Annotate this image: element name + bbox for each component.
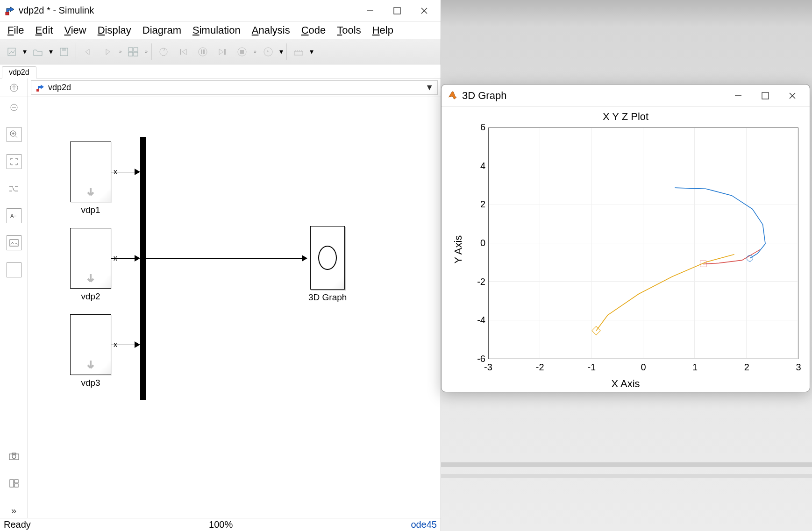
library-browser-button[interactable] xyxy=(125,43,142,61)
svg-rect-36 xyxy=(14,480,18,483)
x-tick: -2 xyxy=(536,362,544,373)
svg-rect-7 xyxy=(62,48,66,51)
close-button[interactable] xyxy=(411,0,438,21)
y-tick: 0 xyxy=(467,238,485,248)
nav-up-button[interactable] xyxy=(0,78,28,97)
menu-tools[interactable]: Tools xyxy=(331,23,366,37)
arrowhead-icon xyxy=(135,341,140,348)
new-dropdown[interactable]: ▾ xyxy=(21,47,28,56)
menu-analysis[interactable]: Analysis xyxy=(246,23,296,37)
y-tick: 2 xyxy=(467,199,485,210)
breadcrumb-label: vdp2d xyxy=(48,83,71,92)
step-back-button[interactable] xyxy=(174,43,192,61)
overflow-2[interactable]: » xyxy=(143,49,150,54)
x-axis-label: X Axis xyxy=(442,378,810,390)
simulink-app-icon xyxy=(5,6,15,16)
record-button[interactable] xyxy=(259,43,277,61)
maximize-button[interactable] xyxy=(384,0,411,21)
status-zoom[interactable]: 100% xyxy=(209,519,233,530)
simulink-titlebar[interactable]: vdp2d * - Simulink xyxy=(0,0,441,21)
model-icon xyxy=(35,83,45,93)
breadcrumb-dropdown[interactable]: ▼ xyxy=(425,83,434,92)
record-dropdown[interactable]: ▾ xyxy=(278,47,285,56)
menu-help[interactable]: Help xyxy=(367,23,399,37)
minimize-button[interactable] xyxy=(725,92,752,100)
hide-palette-button[interactable] xyxy=(7,100,21,115)
y-axis-label: Y Axis xyxy=(452,235,464,264)
breadcrumb[interactable]: vdp2d ▼ xyxy=(31,80,438,95)
matlab-app-icon xyxy=(447,90,457,102)
y-tick: -4 xyxy=(467,315,485,326)
arrowhead-icon xyxy=(302,255,307,262)
x-tick: 0 xyxy=(641,362,646,373)
svg-rect-2 xyxy=(394,7,400,14)
open-button[interactable] xyxy=(29,43,47,61)
x-tick: -1 xyxy=(587,362,596,373)
svg-rect-17 xyxy=(224,49,226,55)
menu-simulation[interactable]: Simulation xyxy=(187,23,246,37)
block-3d-graph-label: 3D Graph xyxy=(308,292,347,303)
zoom-in-icon[interactable] xyxy=(7,127,21,142)
close-button[interactable] xyxy=(779,92,806,100)
canvas-palette: A≡ » xyxy=(0,97,28,518)
overflow-3[interactable]: » xyxy=(252,49,258,54)
arrowhead-icon xyxy=(135,169,140,175)
wire xyxy=(111,258,135,259)
x-tick: -3 xyxy=(484,362,492,373)
image-tool-icon[interactable] xyxy=(7,235,21,250)
build-dropdown[interactable]: ▾ xyxy=(308,47,315,56)
graph-titlebar[interactable]: 3D Graph xyxy=(442,85,810,107)
y-tick: -2 xyxy=(467,276,485,287)
simulink-window: vdp2d * - Simulink File Edit View Displa… xyxy=(0,0,441,531)
expand-palette-icon[interactable]: » xyxy=(7,503,21,518)
block-vdp1[interactable]: x vdp1 xyxy=(70,142,111,215)
graph-window: 3D Graph X Y Z Plot Y Axis X Axis -6-4-2… xyxy=(441,84,810,392)
area-tool-icon[interactable] xyxy=(7,262,21,277)
model-browser-icon[interactable] xyxy=(7,476,21,491)
back-button[interactable] xyxy=(79,43,97,61)
svg-rect-35 xyxy=(10,480,14,487)
block-vdp3[interactable]: x vdp3 xyxy=(70,314,111,388)
annotation-tool-icon[interactable]: A≡ xyxy=(7,208,21,223)
menu-view[interactable]: View xyxy=(58,23,92,37)
svg-rect-21 xyxy=(294,51,303,55)
stop-button[interactable] xyxy=(233,43,251,61)
subsystem-arrow-icon xyxy=(84,186,97,199)
window-title: vdp2d * - Simulink xyxy=(19,5,94,16)
step-forward-button[interactable] xyxy=(214,43,231,61)
new-model-button[interactable] xyxy=(3,43,21,61)
mux-block[interactable] xyxy=(140,137,146,400)
square-marker-icon xyxy=(700,261,706,267)
chart-line xyxy=(596,255,734,331)
x-tick: 2 xyxy=(744,362,749,373)
save-button[interactable] xyxy=(55,43,73,61)
menu-diagram[interactable]: Diagram xyxy=(137,23,187,37)
open-dropdown[interactable]: ▾ xyxy=(48,47,54,56)
wire xyxy=(146,258,303,259)
menu-file[interactable]: File xyxy=(2,23,29,37)
y-tick: 4 xyxy=(467,161,485,171)
build-button[interactable] xyxy=(290,43,307,61)
pause-button[interactable] xyxy=(194,43,212,61)
model-canvas[interactable]: x vdp1 x vdp2 xyxy=(28,97,441,518)
toggle-sample-time-icon[interactable] xyxy=(7,181,21,196)
update-diagram-button[interactable] xyxy=(155,43,172,61)
block-3d-graph[interactable]: 3D Graph xyxy=(308,226,347,303)
block-vdp2[interactable]: x vdp2 xyxy=(70,228,111,302)
forward-button[interactable] xyxy=(99,43,116,61)
svg-rect-31 xyxy=(10,240,18,246)
svg-rect-13 xyxy=(180,49,181,55)
status-solver[interactable]: ode45 xyxy=(411,519,437,530)
menu-display[interactable]: Display xyxy=(92,23,137,37)
menu-code[interactable]: Code xyxy=(296,23,332,37)
screenshot-icon[interactable] xyxy=(7,449,21,464)
tab-vdp2d[interactable]: vdp2d xyxy=(2,66,36,78)
minimize-button[interactable] xyxy=(356,0,384,21)
fit-to-view-icon[interactable] xyxy=(7,154,21,169)
svg-rect-8 xyxy=(128,48,133,51)
maximize-button[interactable] xyxy=(752,92,779,100)
overflow-1[interactable]: » xyxy=(117,49,124,54)
menu-edit[interactable]: Edit xyxy=(29,23,58,37)
svg-rect-23 xyxy=(36,89,39,92)
chart-title: X Y Z Plot xyxy=(442,111,810,123)
